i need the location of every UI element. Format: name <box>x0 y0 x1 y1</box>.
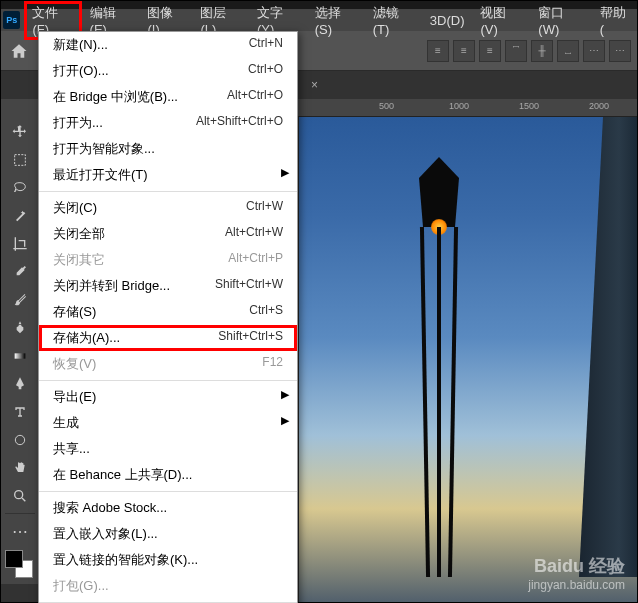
shape-tool-icon[interactable] <box>5 427 35 453</box>
home-icon[interactable] <box>7 39 31 63</box>
type-tool-icon[interactable] <box>5 399 35 425</box>
move-tool-icon[interactable] <box>5 119 35 145</box>
menu-item-browse-bridge[interactable]: 在 Bridge 中浏览(B)...Alt+Ctrl+O <box>39 84 297 110</box>
ruler-mark: 2000 <box>589 101 609 111</box>
menu-item-close-other: 关闭其它Alt+Ctrl+P <box>39 247 297 273</box>
menubar: Ps 文件(F) 编辑(E) 图像(I) 图层(L) 文字(Y) 选择(S) 滤… <box>1 9 637 31</box>
menu-help[interactable]: 帮助( <box>592 2 637 39</box>
more-options-icon[interactable]: ⋯ <box>609 40 631 62</box>
menu-item-save-as[interactable]: 存储为(A)...Shift+Ctrl+S <box>39 325 297 351</box>
tools-panel: ⋯ <box>1 99 39 584</box>
document-tab[interactable]: × <box>301 74 328 96</box>
menu-item-close-all[interactable]: 关闭全部Alt+Ctrl+W <box>39 221 297 247</box>
menu-item-behance[interactable]: 在 Behance 上共享(D)... <box>39 462 297 488</box>
menu-item-new[interactable]: 新建(N)...Ctrl+N <box>39 32 297 58</box>
menu-item-close-bridge[interactable]: 关闭并转到 Bridge...Shift+Ctrl+W <box>39 273 297 299</box>
ruler-mark: 1500 <box>519 101 539 111</box>
watermark: Baidu 经验 jingyan.baidu.com <box>528 554 625 592</box>
menu-item-revert: 恢复(V)F12 <box>39 351 297 377</box>
align-center-icon[interactable]: ≡ <box>453 40 475 62</box>
menu-item-adobe-stock[interactable]: 搜索 Adobe Stock... <box>39 495 297 521</box>
watermark-url: jingyan.baidu.com <box>528 578 625 592</box>
crop-tool-icon[interactable] <box>5 231 35 257</box>
align-top-icon[interactable]: ⎴ <box>505 40 527 62</box>
photo-building <box>579 117 637 577</box>
menu-item-package: 打包(G)... <box>39 573 297 599</box>
clone-tool-icon[interactable] <box>5 315 35 341</box>
menu-3d[interactable]: 3D(D) <box>422 11 473 30</box>
menu-item-close[interactable]: 关闭(C)Ctrl+W <box>39 195 297 221</box>
menu-item-recent[interactable]: 最近打开文件(T)▶ <box>39 162 297 188</box>
menu-item-open[interactable]: 打开(O)...Ctrl+O <box>39 58 297 84</box>
app-logo: Ps <box>3 11 20 29</box>
menu-separator <box>39 491 297 492</box>
align-vmid-icon[interactable]: ╫ <box>531 40 553 62</box>
menu-select[interactable]: 选择(S) <box>307 2 365 39</box>
menu-view[interactable]: 视图(V) <box>472 2 530 39</box>
menu-item-open-smart[interactable]: 打开为智能对象... <box>39 136 297 162</box>
submenu-arrow-icon: ▶ <box>281 388 289 401</box>
eyedropper-tool-icon[interactable] <box>5 259 35 285</box>
menu-item-export[interactable]: 导出(E)▶ <box>39 384 297 410</box>
menu-item-place-link[interactable]: 置入链接的智能对象(K)... <box>39 547 297 573</box>
color-swatches[interactable] <box>5 550 33 578</box>
align-left-icon[interactable]: ≡ <box>427 40 449 62</box>
submenu-arrow-icon: ▶ <box>281 166 289 179</box>
ruler-mark: 500 <box>379 101 394 111</box>
edit-toolbar-icon[interactable]: ⋯ <box>5 518 35 544</box>
photo-lamp <box>419 157 459 577</box>
brush-tool-icon[interactable] <box>5 287 35 313</box>
menu-item-share[interactable]: 共享... <box>39 436 297 462</box>
tool-separator <box>5 513 35 514</box>
gradient-tool-icon[interactable] <box>5 343 35 369</box>
svg-rect-1 <box>15 353 26 358</box>
watermark-brand: Baidu 经验 <box>528 554 625 578</box>
submenu-arrow-icon: ▶ <box>281 414 289 427</box>
menu-separator <box>39 380 297 381</box>
distribute-icon[interactable]: ⋯ <box>583 40 605 62</box>
menu-item-open-as[interactable]: 打开为...Alt+Shift+Ctrl+O <box>39 110 297 136</box>
menu-item-place-embed[interactable]: 置入嵌入对象(L)... <box>39 521 297 547</box>
marquee-tool-icon[interactable] <box>5 147 35 173</box>
hand-tool-icon[interactable] <box>5 455 35 481</box>
zoom-tool-icon[interactable] <box>5 483 35 509</box>
file-menu-dropdown: 新建(N)...Ctrl+N 打开(O)...Ctrl+O 在 Bridge 中… <box>38 31 298 603</box>
menu-item-generate[interactable]: 生成▶ <box>39 410 297 436</box>
menu-item-save[interactable]: 存储(S)Ctrl+S <box>39 299 297 325</box>
svg-point-3 <box>15 491 23 499</box>
wand-tool-icon[interactable] <box>5 203 35 229</box>
menu-separator <box>39 191 297 192</box>
foreground-color-swatch[interactable] <box>5 550 23 568</box>
document-image[interactable] <box>299 117 637 602</box>
menu-filter[interactable]: 滤镜(T) <box>365 2 422 39</box>
pen-tool-icon[interactable] <box>5 371 35 397</box>
menu-window[interactable]: 窗口(W) <box>530 2 591 39</box>
svg-rect-0 <box>15 155 26 166</box>
ruler-mark: 1000 <box>449 101 469 111</box>
svg-point-2 <box>15 435 24 444</box>
lasso-tool-icon[interactable] <box>5 175 35 201</box>
align-bottom-icon[interactable]: ⎵ <box>557 40 579 62</box>
align-right-icon[interactable]: ≡ <box>479 40 501 62</box>
